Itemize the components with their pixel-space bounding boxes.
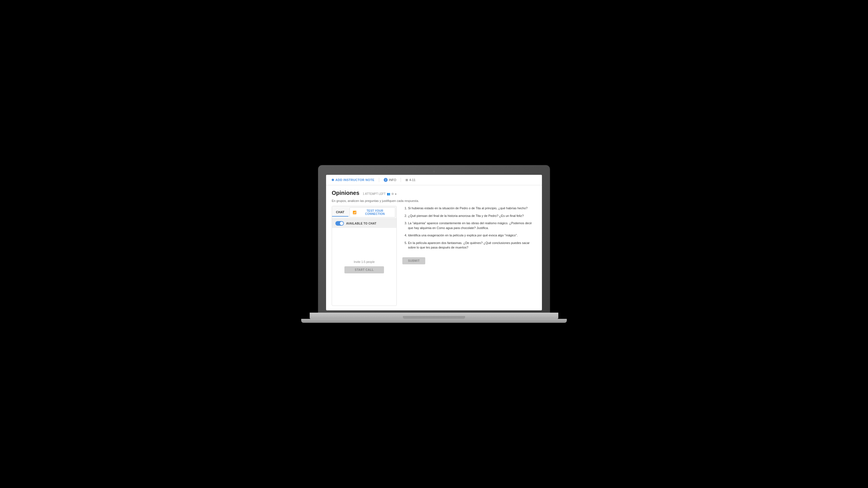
chat-body: Invite 1-5 people START CALL — [332, 228, 396, 305]
chat-panel: CHAT 📶 TEST YOUR CONNECTION AVAILABLE TO… — [332, 206, 397, 306]
info-button[interactable]: i INFO — [384, 178, 396, 182]
grid-icon: ⊞ — [405, 178, 408, 182]
question-item: La "alquimia" aparece constantemente en … — [408, 221, 536, 230]
available-row: AVAILABLE TO CHAT — [332, 219, 396, 228]
subtitle: En grupos, analicen las preguntas y just… — [332, 199, 536, 202]
laptop-screen-shell: ADD INSTRUCTOR NOTE i INFO ⊞ 4-11 — [318, 165, 550, 313]
test-connection-button[interactable]: 📶 TEST YOUR CONNECTION — [349, 207, 395, 218]
laptop-base — [310, 313, 558, 319]
question-item: Identifica una exageración en la películ… — [408, 233, 536, 238]
question-item: Si hubieras estado en la situación de Pe… — [408, 206, 536, 211]
range-label: 4-11 — [409, 178, 415, 182]
laptop-screen: ADD INSTRUCTOR NOTE i INFO ⊞ 4-11 — [326, 175, 542, 311]
people-icon: 👥 — [387, 192, 390, 195]
chat-tab[interactable]: CHAT — [332, 208, 348, 217]
available-label: AVAILABLE TO CHAT — [346, 222, 376, 225]
submit-button[interactable]: SUBMIT — [402, 257, 425, 264]
info-icon: i — [384, 178, 388, 182]
bullet-icon: ● — [395, 192, 397, 195]
circle-icon: ⚙ — [391, 192, 394, 195]
title-row: Opiniones 1 ATTEMPT LEFT 👥 ⚙ ● — [332, 190, 536, 197]
invite-text: Invite 1-5 people — [354, 260, 375, 263]
wifi-icon: 📶 — [352, 211, 356, 214]
test-connection-label: TEST YOUR CONNECTION — [358, 209, 392, 216]
add-instructor-note-button[interactable]: ADD INSTRUCTOR NOTE — [332, 178, 374, 182]
laptop-bottom — [301, 319, 567, 323]
main-content: Opiniones 1 ATTEMPT LEFT 👥 ⚙ ● En grupos… — [326, 185, 542, 311]
question-list: Si hubieras estado en la situación de Pe… — [402, 206, 536, 250]
content-split: CHAT 📶 TEST YOUR CONNECTION AVAILABLE TO… — [332, 206, 536, 306]
chat-tab-row: CHAT 📶 TEST YOUR CONNECTION — [332, 206, 396, 219]
add-instructor-note-label: ADD INSTRUCTOR NOTE — [335, 178, 374, 182]
page-title: Opiniones — [332, 190, 360, 196]
laptop-wrapper: ADD INSTRUCTOR NOTE i INFO ⊞ 4-11 — [318, 165, 550, 323]
laptop-camera — [433, 170, 435, 172]
app-container: ADD INSTRUCTOR NOTE i INFO ⊞ 4-11 — [326, 175, 542, 311]
divider — [379, 177, 379, 182]
attempts-info: 1 ATTEMPT LEFT 👥 ⚙ ● — [363, 192, 397, 195]
top-bar: ADD INSTRUCTOR NOTE i INFO ⊞ 4-11 — [326, 175, 542, 185]
available-toggle[interactable] — [335, 221, 344, 226]
range-button[interactable]: ⊞ 4-11 — [405, 178, 415, 182]
dot-icon — [332, 179, 334, 181]
start-call-button[interactable]: START CALL — [344, 266, 384, 273]
attempts-text: 1 ATTEMPT LEFT — [363, 192, 386, 195]
divider2 — [401, 177, 401, 182]
question-item: ¿Qué piensan del final de la historia am… — [408, 214, 536, 218]
info-label: INFO — [389, 178, 396, 182]
question-item: En la película aparecen dos fantasmas. ¿… — [408, 240, 536, 250]
questions-panel: Si hubieras estado en la situación de Pe… — [401, 206, 536, 306]
